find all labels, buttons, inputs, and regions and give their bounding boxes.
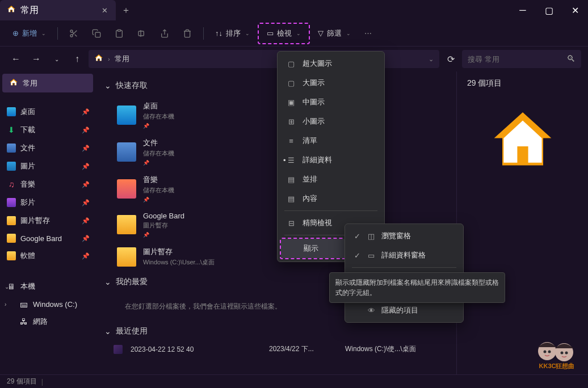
back-button[interactable]: ← xyxy=(7,50,25,68)
layout-icon: ▤ xyxy=(287,175,296,184)
menu-item-view-option[interactable]: ▣中圖示 xyxy=(280,92,382,112)
menu-item-show-option[interactable]: 👁隱藏的項目 xyxy=(347,301,461,320)
section-recent[interactable]: ⌄最近使用 xyxy=(102,322,450,341)
menu-item-view-option[interactable]: •☰詳細資料 xyxy=(280,150,382,170)
search-icon[interactable]: 🔍︎ xyxy=(566,54,576,64)
sidebar-item-drive[interactable]: ›🖴Windows (C:) xyxy=(0,296,95,313)
layout-icon: ▢ xyxy=(287,79,296,87)
tab-title: 常用 xyxy=(20,5,39,16)
music-icon: ♫ xyxy=(7,180,16,189)
sort-button[interactable]: ↑↓ 排序⌄ xyxy=(209,25,255,42)
sidebar-item-network[interactable]: 🖧網路 xyxy=(0,313,95,331)
svg-point-1 xyxy=(70,35,73,37)
share-button[interactable] xyxy=(154,26,175,41)
history-button[interactable]: ⌄ xyxy=(48,50,66,68)
section-quick-access[interactable]: ⌄快速存取 xyxy=(102,76,450,95)
chevron-down-icon[interactable]: ⌄ xyxy=(429,56,434,63)
pin-icon: 📌 xyxy=(143,232,184,238)
recent-file-item[interactable]: 2023-04-22 12 52 40 2023/4/22 下... Windo… xyxy=(102,341,450,357)
folder-icon xyxy=(117,247,136,267)
sidebar-item-videos[interactable]: 影片📌 xyxy=(0,193,95,212)
desktop-icon xyxy=(7,107,16,116)
download-icon: ⬇ xyxy=(7,125,16,134)
menu-item-show-option[interactable]: ✓◫瀏覽窗格 xyxy=(347,226,461,246)
svg-point-0 xyxy=(70,30,73,32)
folder-icon xyxy=(7,216,16,225)
search-input[interactable] xyxy=(468,55,566,64)
file-thumbnail xyxy=(114,345,123,354)
rename-button[interactable] xyxy=(132,26,152,41)
new-tab-button[interactable]: ＋ xyxy=(116,0,136,20)
details-panel: 29 個項目 xyxy=(456,71,588,374)
menu-item-view-option[interactable]: ▤並排 xyxy=(280,170,382,189)
menu-item-view-option[interactable]: ▢超大圖示 xyxy=(280,54,382,73)
menu-item-view-option[interactable]: ⊞小圖示 xyxy=(280,112,382,131)
folder-item[interactable]: 圖片暫存 Windows (C:)\User...\桌面 xyxy=(114,243,255,270)
menu-item-view-option[interactable]: ≡清單 xyxy=(280,131,382,150)
copy-button[interactable] xyxy=(86,26,107,41)
close-icon[interactable]: ✕ xyxy=(100,6,109,15)
option-icon: 👁 xyxy=(367,306,376,315)
titlebar: 常用 ✕ ＋ ─ ▢ ✕ xyxy=(0,0,588,20)
address-bar[interactable]: › 常用 ⌄ xyxy=(89,50,439,68)
menu-item-show-option[interactable]: ✓▭詳細資料窗格 xyxy=(347,246,461,265)
sidebar-item-desktop[interactable]: 桌面📌 xyxy=(0,103,95,121)
pin-icon: 📌 xyxy=(82,252,90,260)
pictures-icon xyxy=(7,162,16,171)
tab-home[interactable]: 常用 ✕ xyxy=(0,0,116,20)
refresh-button[interactable]: ⟳ xyxy=(442,50,460,68)
chevron-down-icon: ⌄ xyxy=(104,327,111,336)
filter-button[interactable]: ▽ 篩選⌄ xyxy=(312,25,356,42)
tooltip: 顯示或隱藏附加到檔案名稱結尾用來辨識檔案類型或格式的字元組。 xyxy=(329,272,505,303)
pin-icon: 📌 xyxy=(82,235,90,242)
paste-button[interactable] xyxy=(109,26,129,41)
sidebar-item-folder[interactable]: 圖片暫存📌 xyxy=(0,212,95,230)
sidebar-item-home[interactable]: 常用 xyxy=(2,74,93,92)
sidebar-item-pictures[interactable]: 圖片📌 xyxy=(0,157,95,175)
forward-button[interactable]: → xyxy=(27,50,45,68)
video-icon xyxy=(7,198,16,207)
layout-icon: ≡ xyxy=(287,137,296,145)
chevron-right-icon: › xyxy=(108,56,110,62)
chevron-right-icon[interactable]: › xyxy=(5,301,6,307)
status-text: 29 個項目 xyxy=(7,377,37,386)
up-button[interactable]: ↑ xyxy=(68,50,86,68)
pin-icon: 📌 xyxy=(82,217,90,225)
pin-icon: 📌 xyxy=(82,145,90,152)
sidebar-item-documents[interactable]: 文件📌 xyxy=(0,139,95,157)
drive-icon: 🖴 xyxy=(19,300,28,309)
folder-item[interactable]: 音樂 儲存在本機 📌 xyxy=(114,171,255,206)
option-icon: ▭ xyxy=(367,251,376,260)
menu-item-view-option[interactable]: ▢大圖示 xyxy=(280,73,382,92)
sidebar-item-folder[interactable]: 軟體📌 xyxy=(0,247,95,265)
view-button[interactable]: ▭ 檢視⌄ xyxy=(261,25,306,42)
search-box[interactable]: 🔍︎ xyxy=(462,50,581,68)
content-area: ⌄快速存取 桌面 儲存在本機 📌 下載 儲存在本機 📌 文件 儲存在本機 📌 圖… xyxy=(95,71,456,374)
home-icon xyxy=(7,5,16,16)
option-icon: ◫ xyxy=(367,232,376,241)
sidebar-item-music[interactable]: ♫音樂📌 xyxy=(0,175,95,193)
sidebar-item-folder[interactable]: Google Bard📌 xyxy=(0,230,95,247)
folder-item[interactable]: Google Bard 圖片暫存 📌 xyxy=(114,208,255,241)
menu-item-view-option[interactable]: ▤內容 xyxy=(280,189,382,208)
sidebar: 常用 桌面📌 ⬇下載📌 文件📌 圖片📌 ♫音樂📌 影片📌 圖片暫存📌 Googl… xyxy=(0,71,95,374)
status-bar: 29 個項目 | xyxy=(0,374,588,388)
minimize-button[interactable]: ─ xyxy=(510,0,536,20)
pin-icon: 📌 xyxy=(82,199,90,206)
sidebar-item-pc[interactable]: ⌄🖥本機 xyxy=(0,277,95,296)
home-icon xyxy=(9,78,18,88)
compact-icon: ⊟ xyxy=(287,219,296,227)
new-button[interactable]: ⊕ 新增⌄ xyxy=(7,25,52,42)
folder-icon xyxy=(7,234,16,243)
breadcrumb-current[interactable]: 常用 xyxy=(115,54,129,64)
maximize-button[interactable]: ▢ xyxy=(536,0,562,20)
sidebar-item-downloads[interactable]: ⬇下載📌 xyxy=(0,121,95,139)
delete-button[interactable] xyxy=(177,26,198,41)
folder-item[interactable]: 桌面 儲存在本機 📌 xyxy=(114,98,255,132)
chevron-down-icon[interactable]: ⌄ xyxy=(5,284,9,290)
close-button[interactable]: ✕ xyxy=(562,0,588,20)
cut-button[interactable] xyxy=(64,26,84,41)
check-icon: ✓ xyxy=(353,251,361,260)
folder-item[interactable]: 文件 儲存在本機 📌 xyxy=(114,134,255,169)
more-button[interactable]: ⋯ xyxy=(359,26,377,41)
